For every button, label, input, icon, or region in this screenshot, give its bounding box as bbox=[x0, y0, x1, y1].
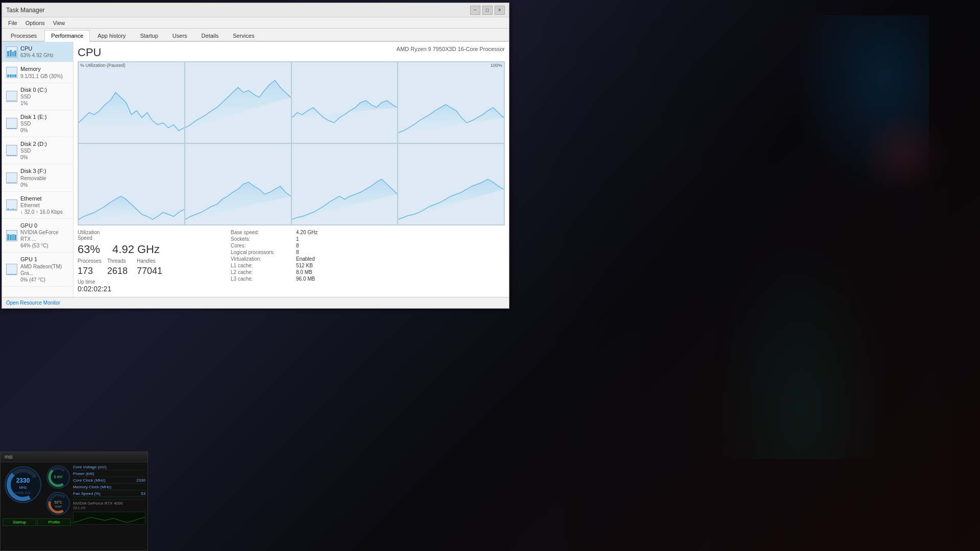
disk3-sidebar-name: Disk 3 (F:) bbox=[20, 167, 69, 174]
spec-logical: Logical processors: 8 bbox=[231, 249, 317, 255]
msi-memclock-label: Memory Clock (MHz) bbox=[73, 485, 111, 489]
l2-label: L2 cache: bbox=[231, 269, 292, 275]
msi-history-svg bbox=[74, 512, 145, 524]
bottom-bar: Open Resource Monitor bbox=[2, 297, 509, 308]
gauge-bottom-row: Startup Profile bbox=[3, 518, 71, 526]
msi-body: 2330 MHz CORE CLK 0 mV bbox=[1, 462, 148, 550]
l1-value: 512 KB bbox=[296, 263, 313, 268]
handles-label: Handles bbox=[137, 258, 167, 264]
basespeed-label: Base speed: bbox=[231, 230, 292, 235]
msi-gpu-version: 561.09 bbox=[73, 506, 145, 510]
gpu0-mini-chart bbox=[6, 230, 17, 241]
ethernet-speed: ↓ 32.0 ↑ 16.0 Kbps bbox=[20, 209, 69, 215]
view-menu[interactable]: View bbox=[49, 19, 69, 27]
processes-label: Processes bbox=[78, 258, 103, 264]
profile-label: Profile bbox=[37, 518, 71, 526]
msi-afterburner-widget[interactable]: msi 2330 MHz CORE CLK bbox=[0, 452, 148, 551]
close-button[interactable]: × bbox=[495, 6, 505, 15]
msi-voltage-label: Core Voltage (mV) bbox=[73, 465, 107, 469]
specs-section: Base speed: 4.20 GHz Sockets: 1 Cores: 8… bbox=[231, 230, 317, 293]
cpu-sidebar-value: 63% 4.92 GHz bbox=[20, 52, 69, 59]
tab-startup[interactable]: Startup bbox=[133, 30, 164, 41]
cpu-model: AMD Ryzen 9 7950X3D 16-Core Processor bbox=[397, 46, 505, 52]
disk2-sidebar-text: Disk 2 (D:) SSD0% bbox=[20, 140, 69, 161]
cpu-mini-chart bbox=[6, 46, 17, 58]
gauge-fan-svg: 53°C TEMP bbox=[45, 491, 71, 516]
chart-cell-3 bbox=[398, 62, 504, 143]
svg-text:2330: 2330 bbox=[16, 477, 30, 484]
chart-cell-5 bbox=[185, 143, 291, 225]
window-controls: − □ × bbox=[470, 6, 505, 15]
chart-cell-6 bbox=[291, 143, 398, 225]
minimize-button[interactable]: − bbox=[470, 6, 480, 15]
msi-title-text: msi bbox=[5, 454, 13, 460]
chart-svg-1 bbox=[185, 62, 291, 143]
stats-values-row: 63% 4.92 GHz bbox=[78, 243, 220, 256]
uptime-label: Up time bbox=[78, 279, 95, 285]
cores-value: 8 bbox=[296, 243, 299, 248]
l3-label: L3 cache: bbox=[231, 276, 292, 282]
logical-label: Logical processors: bbox=[231, 249, 292, 255]
tab-performance[interactable]: Performance bbox=[44, 30, 90, 42]
cpu-title: CPU bbox=[78, 46, 101, 59]
uptime-section: Up time 0:02:02:21 bbox=[78, 279, 220, 293]
disk1-sidebar-value: SSD0% bbox=[20, 120, 69, 134]
cpu-chart-area: % Utilization (Paused) 100% bbox=[78, 61, 505, 226]
tab-processes[interactable]: Processes bbox=[4, 30, 43, 41]
sockets-label: Sockets: bbox=[231, 236, 292, 242]
maximize-button[interactable]: □ bbox=[482, 6, 493, 15]
tab-users[interactable]: Users bbox=[166, 30, 194, 41]
processes-value: 173 bbox=[78, 266, 103, 277]
msi-row-fanspeed: Fan Speed (%) 53 bbox=[73, 491, 145, 497]
chart-svg-0 bbox=[79, 62, 184, 143]
threads-value: 2618 bbox=[107, 266, 133, 277]
l1-label: L1 cache: bbox=[231, 263, 292, 268]
sidebar-item-cpu[interactable]: CPU 63% 4.92 GHz bbox=[2, 42, 73, 62]
disk0-sidebar-value: SSD1% bbox=[20, 93, 69, 107]
chart-svg-5 bbox=[185, 144, 291, 224]
sidebar-item-disk3[interactable]: Disk 3 (F:) Removable0% bbox=[2, 164, 73, 191]
virt-label: Virtualization: bbox=[231, 256, 292, 262]
tab-apphistory[interactable]: App history bbox=[91, 30, 132, 41]
utilization-value: 63% bbox=[78, 243, 100, 256]
threads-label: Threads bbox=[107, 258, 133, 264]
svg-text:MHz: MHz bbox=[19, 486, 27, 489]
sidebar-item-gpu0[interactable]: GPU 0 NVIDIA GeForce RTX ...64% (53 °C) bbox=[2, 219, 73, 253]
disk1-mini-chart bbox=[6, 118, 17, 129]
ethernet-sidebar-name: Ethernet bbox=[20, 195, 69, 202]
sidebar-item-ethernet[interactable]: Ethernet Ethernet ↓ 32.0 ↑ 16.0 Kbps bbox=[2, 192, 73, 219]
gauge-left-svg: 2330 MHz CORE CLK bbox=[3, 464, 43, 505]
msi-power-label: Power (kW) bbox=[73, 471, 94, 476]
sidebar-item-disk0[interactable]: Disk 0 (C:) SSD1% bbox=[2, 83, 73, 110]
msi-row-memclock: Memory Clock (MHz) bbox=[73, 484, 145, 490]
sidebar-item-memory[interactable]: Memory 9.1/31.1 GB (30%) bbox=[2, 62, 73, 83]
msi-gauges-area: 2330 MHz CORE CLK 0 mV bbox=[3, 464, 71, 548]
disk3-mini-chart bbox=[6, 172, 17, 184]
file-menu[interactable]: File bbox=[4, 19, 21, 27]
spec-l2: L2 cache: 8.0 MB bbox=[231, 269, 317, 275]
stats-row-1: Utilization Speed bbox=[78, 230, 220, 241]
cores-label: Cores: bbox=[231, 243, 292, 248]
msi-fanspeed-value: 53 bbox=[141, 491, 145, 496]
gpu1-sidebar-text: GPU 1 AMD Radeon(TM) Gra...0% (47 °C) bbox=[20, 256, 69, 283]
sidebar-item-disk1[interactable]: Disk 1 (E:) SSD0% bbox=[2, 110, 73, 137]
uptime-value: 0:02:02:21 bbox=[78, 285, 111, 293]
msi-mini-history bbox=[73, 512, 145, 524]
speed-value: 4.92 GHz bbox=[112, 243, 160, 256]
tab-services[interactable]: Services bbox=[226, 30, 261, 41]
options-menu[interactable]: Options bbox=[21, 19, 49, 27]
gpu1-mini-chart bbox=[6, 264, 17, 275]
disk0-sidebar-name: Disk 0 (C:) bbox=[20, 86, 69, 93]
main-content: CPU 63% 4.92 GHz Memory 9.1/31.1 GB (30%… bbox=[2, 42, 509, 297]
sidebar-item-disk2[interactable]: Disk 2 (D:) SSD0% bbox=[2, 137, 73, 164]
open-resource-monitor[interactable]: Open Resource Monitor bbox=[6, 300, 60, 306]
msi-title-bar: msi bbox=[1, 452, 148, 462]
svg-text:0 mV: 0 mV bbox=[54, 475, 63, 479]
max-percent-label: 100% bbox=[491, 63, 502, 68]
l2-value: 8.0 MB bbox=[296, 269, 312, 275]
sidebar-item-gpu1[interactable]: GPU 1 AMD Radeon(TM) Gra...0% (47 °C) bbox=[2, 253, 73, 286]
chart-cell-4 bbox=[78, 143, 185, 225]
tab-details[interactable]: Details bbox=[195, 30, 226, 41]
msi-row-power: Power (kW) bbox=[73, 471, 145, 477]
disk0-mini-chart bbox=[6, 91, 17, 102]
